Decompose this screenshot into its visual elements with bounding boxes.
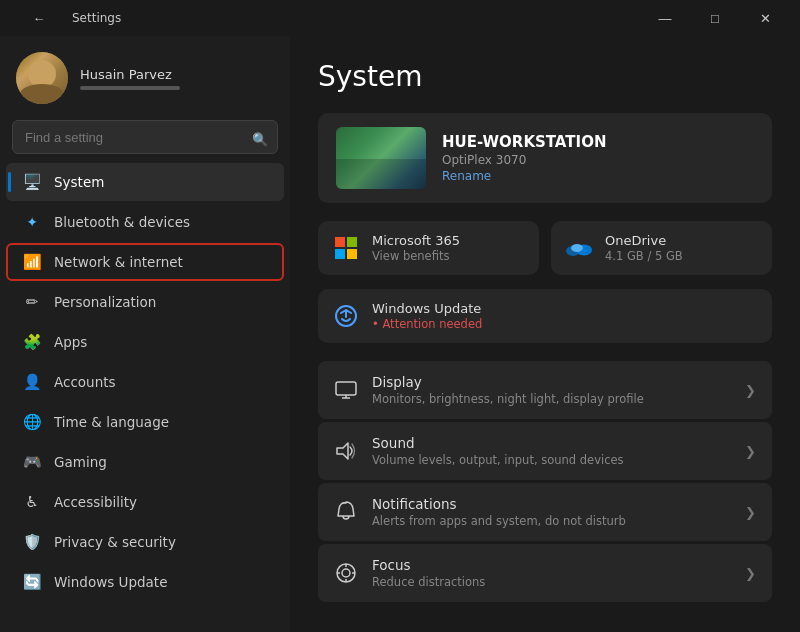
nav-label-system: System — [54, 174, 104, 190]
svg-point-6 — [571, 244, 583, 252]
nav-apps[interactable]: 🧩 Apps — [6, 323, 284, 361]
nav-label-apps: Apps — [54, 334, 87, 350]
nav-label-accounts: Accounts — [54, 374, 116, 390]
svg-rect-0 — [335, 237, 345, 247]
display-sublabel: Monitors, brightness, night light, displ… — [372, 392, 731, 406]
svg-marker-11 — [337, 443, 348, 459]
onedrive-sublabel: 4.1 GB / 5 GB — [605, 249, 683, 263]
nav-bluetooth[interactable]: ✦ Bluetooth & devices — [6, 203, 284, 241]
minimize-button[interactable]: — — [642, 4, 688, 32]
sound-label: Sound — [372, 435, 731, 451]
notifications-sublabel: Alerts from apps and system, do not dist… — [372, 514, 731, 528]
nav-label-time: Time & language — [54, 414, 169, 430]
sound-icon — [334, 439, 358, 463]
display-icon — [334, 378, 358, 402]
nav-time[interactable]: 🌐 Time & language — [6, 403, 284, 441]
device-card[interactable]: HUE-WORKSTATION OptiPlex 3070 Rename — [318, 113, 772, 203]
content-area: System HUE-WORKSTATION OptiPlex 3070 Ren… — [290, 36, 800, 632]
page-title: System — [318, 60, 772, 93]
nav-system[interactable]: 🖥️ System — [6, 163, 284, 201]
microsoft365-sublabel: View benefits — [372, 249, 460, 263]
device-info: HUE-WORKSTATION OptiPlex 3070 Rename — [442, 133, 754, 183]
nav-label-personalization: Personalization — [54, 294, 156, 310]
quick-info-row: Microsoft 365 View benefits OneDrive 4.1… — [318, 221, 772, 275]
nav-privacy[interactable]: 🛡️ Privacy & security — [6, 523, 284, 561]
time-icon: 🌐 — [22, 412, 42, 432]
windows-update-card[interactable]: Windows Update • Attention needed — [318, 289, 772, 343]
apps-icon: 🧩 — [22, 332, 42, 352]
search-container: 🔍 — [0, 116, 290, 162]
search-input[interactable] — [12, 120, 278, 154]
windows-update-label: Windows Update — [372, 301, 482, 316]
microsoft365-icon — [332, 234, 360, 262]
notifications-icon — [334, 500, 358, 524]
display-chevron: ❯ — [745, 383, 756, 398]
focus-label: Focus — [372, 557, 731, 573]
nav-gaming[interactable]: 🎮 Gaming — [6, 443, 284, 481]
accounts-icon: 👤 — [22, 372, 42, 392]
focus-chevron: ❯ — [745, 566, 756, 581]
notifications-chevron: ❯ — [745, 505, 756, 520]
app-container: Husain Parvez 🔍 🖥️ System ✦ Bluetooth & … — [0, 36, 800, 632]
device-model: OptiPlex 3070 — [442, 153, 754, 167]
accessibility-icon: ♿ — [22, 492, 42, 512]
nav-label-network: Network & internet — [54, 254, 183, 270]
sound-chevron: ❯ — [745, 444, 756, 459]
avatar — [16, 52, 68, 104]
svg-rect-2 — [335, 249, 345, 259]
nav-label-bluetooth: Bluetooth & devices — [54, 214, 190, 230]
microsoft365-card[interactable]: Microsoft 365 View benefits — [318, 221, 539, 275]
svg-rect-8 — [336, 382, 356, 395]
display-label: Display — [372, 374, 731, 390]
nav-label-gaming: Gaming — [54, 454, 107, 470]
back-button[interactable]: ← — [16, 4, 62, 32]
nav-label-accessibility: Accessibility — [54, 494, 137, 510]
onedrive-icon — [565, 234, 593, 262]
title-bar: ← Settings — □ ✕ — [0, 0, 800, 36]
nav-accessibility[interactable]: ♿ Accessibility — [6, 483, 284, 521]
setting-focus[interactable]: Focus Reduce distractions ❯ — [318, 544, 772, 602]
update-icon — [332, 302, 360, 330]
sound-sublabel: Volume levels, output, input, sound devi… — [372, 453, 731, 467]
nav-accounts[interactable]: 👤 Accounts — [6, 363, 284, 401]
nav-label-windows-update: Windows Update — [54, 574, 167, 590]
onedrive-label: OneDrive — [605, 233, 683, 248]
svg-rect-1 — [347, 237, 357, 247]
focus-icon — [334, 561, 358, 585]
search-icon: 🔍 — [252, 132, 268, 147]
microsoft365-label: Microsoft 365 — [372, 233, 460, 248]
nav-network[interactable]: 📶 Network & internet — [6, 243, 284, 281]
maximize-button[interactable]: □ — [692, 4, 738, 32]
window-controls: — □ ✕ — [642, 4, 788, 32]
windows-update-icon: 🔄 — [22, 572, 42, 592]
nav-label-privacy: Privacy & security — [54, 534, 176, 550]
user-bar-decoration — [80, 86, 180, 90]
device-thumbnail — [336, 127, 426, 189]
svg-rect-3 — [347, 249, 357, 259]
setting-sound[interactable]: Sound Volume levels, output, input, soun… — [318, 422, 772, 480]
setting-display[interactable]: Display Monitors, brightness, night ligh… — [318, 361, 772, 419]
user-name: Husain Parvez — [80, 67, 180, 82]
setting-notifications[interactable]: Notifications Alerts from apps and syste… — [318, 483, 772, 541]
network-icon: 📶 — [22, 252, 42, 272]
notifications-label: Notifications — [372, 496, 731, 512]
onedrive-card[interactable]: OneDrive 4.1 GB / 5 GB — [551, 221, 772, 275]
device-rename[interactable]: Rename — [442, 169, 754, 183]
app-title: Settings — [72, 11, 121, 25]
windows-update-sublabel: • Attention needed — [372, 317, 482, 331]
system-icon: 🖥️ — [22, 172, 42, 192]
nav-personalization[interactable]: ✏️ Personalization — [6, 283, 284, 321]
bluetooth-icon: ✦ — [22, 212, 42, 232]
sidebar: Husain Parvez 🔍 🖥️ System ✦ Bluetooth & … — [0, 36, 290, 632]
svg-point-14 — [342, 569, 350, 577]
device-name: HUE-WORKSTATION — [442, 133, 754, 151]
nav-windows-update[interactable]: 🔄 Windows Update — [6, 563, 284, 601]
focus-sublabel: Reduce distractions — [372, 575, 731, 589]
close-button[interactable]: ✕ — [742, 4, 788, 32]
gaming-icon: 🎮 — [22, 452, 42, 472]
user-profile[interactable]: Husain Parvez — [0, 36, 290, 116]
personalization-icon: ✏️ — [22, 292, 42, 312]
privacy-icon: 🛡️ — [22, 532, 42, 552]
